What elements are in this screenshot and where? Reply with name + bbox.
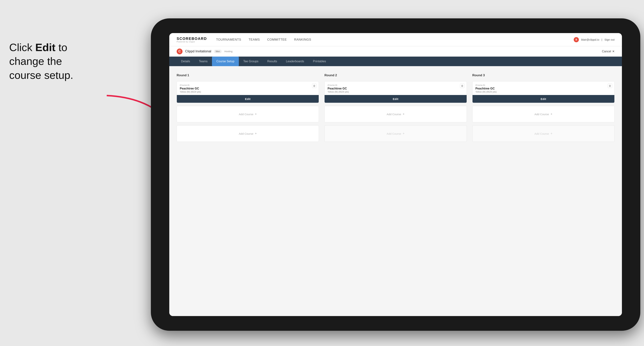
nav-committee[interactable]: COMMITTEE <box>267 38 287 41</box>
user-email: blair@clippd.io <box>581 38 599 41</box>
round-1-course-header: (Course A) Peachtree GC Yellow (M) (6629… <box>177 81 319 95</box>
add-course-text-3: Add Course + <box>386 112 404 116</box>
round-2-course-label: (Course A) <box>328 84 464 86</box>
round-1-add-course-2[interactable]: Add Course + <box>177 125 319 142</box>
round-1-course-name: Peachtree GC <box>180 87 316 90</box>
logo-sub: Powered by clippd <box>177 41 207 43</box>
trash-icon: 🗑 <box>313 84 316 87</box>
instruction-text: Click Edit tochange thecourse setup. <box>0 33 110 89</box>
round-2-course-header: (Course A) Peachtree GC Yellow (M) (6629… <box>324 81 466 95</box>
tab-course-setup[interactable]: Course Setup <box>212 57 239 66</box>
add-course-text-4: Add Course + <box>386 132 404 136</box>
round-3-edit-button[interactable]: Edit <box>472 95 614 103</box>
logo-title: SCOREBOARD <box>177 36 207 41</box>
plus-icon: + <box>550 112 552 116</box>
plus-icon: + <box>402 132 404 136</box>
sign-out-link[interactable]: Sign out <box>604 38 614 41</box>
round-2-delete-button[interactable]: 🗑 <box>460 84 464 88</box>
user-avatar: B <box>574 37 579 42</box>
tab-results[interactable]: Results <box>263 57 282 66</box>
nav-teams[interactable]: TEAMS <box>248 38 260 41</box>
round-2-add-course-1[interactable]: Add Course + <box>324 106 466 122</box>
tournament-info: C Clippd Invitational Men Hosting <box>177 48 232 54</box>
add-course-text-2: Add Course + <box>239 132 257 136</box>
round-1-course-label: (Course A) <box>180 84 316 86</box>
hosting-badge: Hosting <box>224 50 232 53</box>
add-course-text-5: Add Course + <box>534 112 552 116</box>
logo-c: C <box>178 49 181 53</box>
tab-leaderboards[interactable]: Leaderboards <box>282 57 308 66</box>
scoreboard-logo: SCOREBOARD Powered by clippd <box>177 36 207 43</box>
sub-header: C Clippd Invitational Men Hosting Cancel… <box>169 46 622 57</box>
tab-details[interactable]: Details <box>177 57 194 66</box>
round-1-add-course-1[interactable]: Add Course + <box>177 106 319 122</box>
round-3-delete-button[interactable]: 🗑 <box>608 84 612 88</box>
round-3-course-card: (Course A) Peachtree GC Yellow (M) (6629… <box>472 81 614 103</box>
close-icon: ✕ <box>612 50 614 53</box>
tab-tee-groups[interactable]: Tee Groups <box>239 57 263 66</box>
nav-tournaments[interactable]: TOURNAMENTS <box>216 38 241 41</box>
nav-rankings[interactable]: RANKINGS <box>294 38 311 41</box>
round-1-edit-button[interactable]: Edit <box>177 95 319 103</box>
plus-icon: + <box>255 112 257 116</box>
round-2-column: Round 2 (Course A) Peachtree GC Yellow (… <box>324 73 466 142</box>
round-3-course-details: Yellow (M) (6629 yds) <box>476 91 612 93</box>
add-course-text-1: Add Course + <box>239 112 257 116</box>
round-3-add-course-2: Add Course + <box>472 125 614 142</box>
round-1-course-card: (Course A) Peachtree GC Yellow (M) (6629… <box>177 81 319 103</box>
round-3-course-label: (Course A) <box>476 84 612 86</box>
round-2-course-card: (Course A) Peachtree GC Yellow (M) (6629… <box>324 81 466 103</box>
tablet-screen: SCOREBOARD Powered by clippd TOURNAMENTS… <box>169 33 622 316</box>
tab-printables[interactable]: Printables <box>308 57 330 66</box>
round-1-column: Round 1 (Course A) Peachtree GC Yellow (… <box>177 73 319 142</box>
round-1-course-details: Yellow (M) (6629 yds) <box>180 91 316 93</box>
round-2-course-name: Peachtree GC <box>328 87 464 90</box>
bold-edit: Edit <box>35 41 56 53</box>
plus-icon: + <box>402 112 404 116</box>
tab-teams[interactable]: Teams <box>194 57 212 66</box>
tournament-logo: C <box>177 48 182 54</box>
trash-icon: 🗑 <box>461 84 464 87</box>
gender-badge: Men <box>214 50 222 53</box>
round-3-add-course-1[interactable]: Add Course + <box>472 106 614 122</box>
round-2-label: Round 2 <box>324 73 466 77</box>
tablet-frame: SCOREBOARD Powered by clippd TOURNAMENTS… <box>151 18 640 331</box>
trash-icon: 🗑 <box>609 84 611 87</box>
cancel-button[interactable]: Cancel ✕ <box>602 50 614 53</box>
round-3-course-header: (Course A) Peachtree GC Yellow (M) (6629… <box>472 81 614 95</box>
pipe-separator: | <box>602 38 602 41</box>
round-3-course-name: Peachtree GC <box>476 87 612 90</box>
round-1-label: Round 1 <box>177 73 319 77</box>
round-3-label: Round 3 <box>472 73 614 77</box>
round-1-delete-button[interactable]: 🗑 <box>312 84 316 88</box>
plus-icon: + <box>550 132 552 136</box>
round-3-column: Round 3 (Course A) Peachtree GC Yellow (… <box>472 73 614 142</box>
plus-icon: + <box>255 132 257 136</box>
tournament-name: Clippd Invitational <box>185 49 211 53</box>
add-course-text-6: Add Course + <box>534 132 552 136</box>
round-2-add-course-2: Add Course + <box>324 125 466 142</box>
tab-bar: Details Teams Course Setup Tee Groups Re… <box>169 57 622 66</box>
rounds-grid: Round 1 (Course A) Peachtree GC Yellow (… <box>177 73 614 142</box>
round-2-course-details: Yellow (M) (6629 yds) <box>328 91 464 93</box>
top-nav-right: B blair@clippd.io | Sign out <box>574 37 614 42</box>
main-content: Round 1 (Course A) Peachtree GC Yellow (… <box>169 66 622 316</box>
nav-links: TOURNAMENTS TEAMS COMMITTEE RANKINGS <box>216 38 574 41</box>
top-nav: SCOREBOARD Powered by clippd TOURNAMENTS… <box>169 33 622 46</box>
round-2-edit-button[interactable]: Edit <box>324 95 466 103</box>
